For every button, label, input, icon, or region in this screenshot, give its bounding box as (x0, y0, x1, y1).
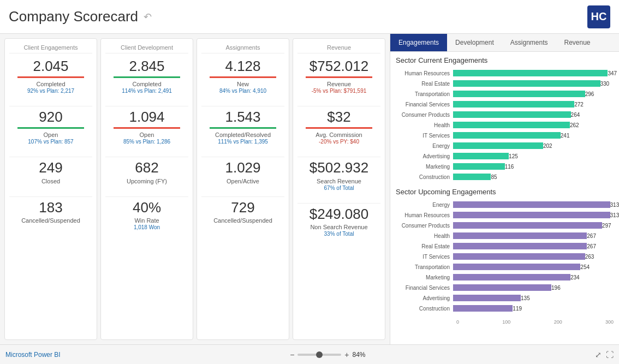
bar-value: 313 (610, 212, 619, 218)
metric-label: Closed (41, 178, 60, 184)
bar-label: Real Estate (396, 243, 453, 249)
bar-fill (453, 142, 543, 149)
bar-value: 119 (513, 306, 522, 312)
metric-value: 249 (39, 159, 62, 176)
zoom-slider[interactable] (297, 354, 341, 356)
metric-label: Revenue (327, 81, 351, 87)
bar-value: 234 (570, 275, 580, 281)
bar-container: 272 (453, 101, 614, 108)
bar-value: 297 (602, 223, 611, 229)
bar-value: 196 (551, 285, 561, 291)
bar-row: Human Resources 347 (396, 69, 614, 77)
metric-label: Upcoming (FY) (127, 178, 167, 184)
bar-row: Consumer Products 297 (396, 221, 614, 230)
bar-row: Human Resources 313 (396, 211, 614, 219)
bar-row: Consumer Products 264 (396, 110, 614, 119)
bar-label: Human Resources (396, 212, 453, 218)
metric-item: 40%Win Rate1,018 Won (105, 199, 188, 235)
metric-sub: 1,018 Won (134, 224, 160, 230)
bar-row: Advertising 125 (396, 152, 614, 160)
bar-label: Marketing (396, 275, 453, 281)
bar-label: Health (396, 233, 453, 239)
metric-item: 920Open107% vs Plan: 857 (9, 109, 92, 149)
divider (201, 106, 284, 106)
metric-label: Completed (132, 81, 161, 87)
bar-value: 85 (491, 174, 497, 180)
bar-container: 241 (453, 132, 614, 139)
bar-label: Financial Services (396, 285, 453, 291)
metric-value: $32 (327, 109, 350, 126)
tab-development[interactable]: Development (447, 34, 502, 51)
bar-label: Health (396, 122, 453, 128)
bar-container: 347 (453, 70, 614, 76)
metric-value: 4.128 (225, 58, 260, 75)
bar-row: Transportation 296 (396, 89, 614, 98)
metric-label: Non Search Revenue (310, 224, 367, 230)
chart-section-title: Sector Upcoming Engagements (396, 188, 614, 196)
bar-indicator-red (114, 127, 180, 129)
bar-label: Construction (396, 306, 453, 312)
footer: Microsoft Power BI − + 84% ⤢ ⛶ (0, 344, 619, 364)
powerbi-link[interactable]: Microsoft Power BI (5, 351, 61, 359)
bar-row: Transportation 254 (396, 262, 614, 271)
divider (297, 203, 380, 204)
metric-value: 1.029 (225, 159, 260, 176)
card-title: Assignments (201, 44, 284, 53)
metric-value: 2.845 (129, 58, 164, 75)
bar-value: 254 (580, 264, 590, 270)
bar-label: Marketing (396, 164, 453, 170)
bar-label: Transportation (396, 264, 453, 270)
metric-label: Search Revenue (317, 178, 361, 184)
zoom-in-button[interactable]: + (344, 350, 349, 359)
bar-value: 202 (543, 143, 552, 149)
zoom-out-button[interactable]: − (290, 350, 294, 359)
bar-value: 116 (505, 164, 514, 170)
metric-item: 2.045Completed92% vs Plan: 2,217 (9, 58, 92, 98)
zoom-thumb[interactable] (316, 351, 323, 358)
metric-item: $752.012Revenue-5% vs Plan: $791,591 (297, 58, 380, 98)
bar-indicator-red (306, 76, 372, 78)
bar-container: 263 (453, 253, 614, 260)
bar-label: Transportation (396, 91, 453, 97)
bar-fill (453, 284, 551, 291)
bar-indicator-red (210, 76, 276, 78)
tab-revenue[interactable]: Revenue (556, 34, 598, 51)
bar-row: Health 267 (396, 231, 614, 240)
back-icon[interactable]: ↶ (144, 11, 152, 23)
metric-item: 682Upcoming (FY) (105, 159, 188, 188)
share-icon[interactable]: ⤢ (595, 350, 602, 359)
divider (105, 196, 188, 197)
bar-label: Energy (396, 143, 453, 149)
bar-value: 241 (561, 133, 570, 139)
metric-label: Open (44, 132, 58, 138)
metric-value: $752.012 (310, 58, 368, 75)
metric-item: $32Avg. Commission-20% vs PY: $40 (297, 109, 380, 149)
metric-label: Win Rate (134, 217, 159, 224)
bar-container: 202 (453, 142, 614, 149)
bar-row: Health 262 (396, 121, 614, 129)
bar-label: Human Resources (396, 70, 453, 76)
title-text: Company Scorecard (9, 8, 138, 25)
metric-value: 920 (39, 109, 62, 126)
bar-value: 125 (509, 153, 518, 159)
bar-container: 135 (453, 295, 614, 301)
bar-label: Consumer Products (396, 223, 453, 229)
scorecard-card: Assignments4.128New84% vs Plan: 4,9101.5… (197, 38, 289, 340)
bar-value: 296 (585, 91, 594, 97)
fullscreen-icon[interactable]: ⛶ (606, 350, 614, 359)
bar-container: 313 (453, 201, 614, 208)
bar-fill (453, 212, 610, 218)
bar-fill (453, 174, 491, 180)
app-logo: HC (587, 5, 610, 28)
metric-sub: 33% of Total (324, 231, 354, 237)
zoom-controls: − + 84% (290, 350, 365, 359)
tab-engagements[interactable]: Engagements (390, 34, 447, 51)
divider (297, 106, 380, 106)
tab-assignments[interactable]: Assignments (502, 34, 556, 51)
bar-fill (453, 201, 610, 208)
footer-icons: ⤢ ⛶ (595, 350, 614, 359)
metric-sub: 114% vs Plan: 2,491 (122, 88, 172, 94)
bar-row: Construction 85 (396, 172, 614, 181)
page-title: Company Scorecard ↶ (9, 8, 152, 25)
metric-item: 1.029Open/Active (201, 159, 284, 188)
